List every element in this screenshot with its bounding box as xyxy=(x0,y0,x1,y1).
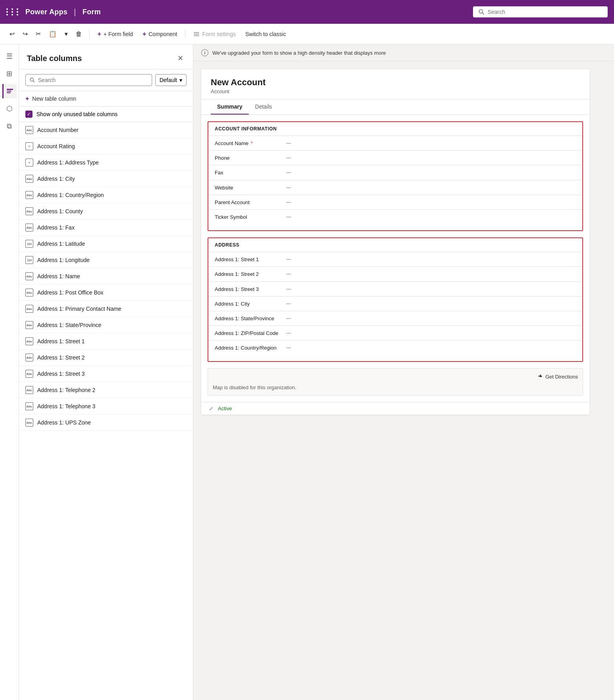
panel-search-container[interactable] xyxy=(25,74,152,86)
panel-close-button[interactable]: ✕ xyxy=(176,52,185,64)
panel-list-item[interactable]: AbcAddress 1: Name xyxy=(19,268,193,285)
field-value-city: --- xyxy=(286,300,576,306)
address-section: ADDRESS Address 1: Street 1 --- Address … xyxy=(208,237,583,362)
main-layout: ☰ ⊞ ⬡ ⧉ Table columns ✕ Default ▾ + New … xyxy=(0,44,614,700)
sidebar-icon-text[interactable] xyxy=(2,84,17,98)
map-area: Get Directions Map is disabled for this … xyxy=(208,368,583,396)
field-street2: Address 1: Street 2 --- xyxy=(208,266,582,281)
field-street1: Address 1: Street 1 --- xyxy=(208,252,582,266)
show-unused-row[interactable]: Show only unused table columns xyxy=(19,107,193,122)
show-unused-checkbox[interactable] xyxy=(25,111,32,118)
status-bar: ⤢ Active xyxy=(201,402,589,415)
field-state: Address 1: State/Province --- xyxy=(208,311,582,325)
field-label-street1: Address 1: Street 1 xyxy=(215,255,286,263)
redo-button[interactable]: ↪ xyxy=(19,28,31,40)
account-info-section: ACCOUNT INFORMATION Account Name * --- P… xyxy=(208,121,583,231)
abc-field-icon: Abc xyxy=(25,370,33,378)
search-input[interactable] xyxy=(488,9,602,15)
field-value-street2: --- xyxy=(286,270,576,277)
new-table-column-button[interactable]: + New table column xyxy=(19,91,193,107)
tab-details[interactable]: Details xyxy=(249,99,278,115)
panel-column-name: Address 1: Fax xyxy=(37,224,74,231)
sidebar-icon-layers[interactable]: ⬡ xyxy=(2,101,17,116)
plus-icon-form: + xyxy=(97,31,101,38)
panel-list-item[interactable]: AbcAddress 1: Fax xyxy=(19,220,193,236)
panel-column-name: Address 1: Address Type xyxy=(37,159,99,166)
sidebar-icon-components[interactable]: ⧉ xyxy=(2,119,17,133)
plus-icon-new-col: + xyxy=(25,95,29,102)
svg-rect-3 xyxy=(194,34,199,34)
panel-list-item[interactable]: AbcAccount Number xyxy=(19,122,193,138)
panel-column-name: Address 1: Primary Contact Name xyxy=(37,306,121,312)
switch-classic-button[interactable]: Switch to classic xyxy=(241,29,290,40)
field-value-fax: --- xyxy=(286,168,576,175)
field-account-name: Account Name * --- xyxy=(208,136,582,150)
panel-list-item[interactable]: ≡Account Rating xyxy=(19,138,193,155)
app-context: Form xyxy=(82,8,101,16)
form-settings-button[interactable]: Form settings xyxy=(189,29,240,40)
sidebar-icon-grid[interactable]: ⊞ xyxy=(2,67,17,81)
field-value-phone: --- xyxy=(286,154,576,161)
panel-column-name: Address 1: Longitude xyxy=(37,257,90,263)
field-value-account-name: --- xyxy=(286,139,576,146)
panel-list-item[interactable]: AbcAddress 1: Post Office Box xyxy=(19,285,193,301)
panel-header: Table columns ✕ xyxy=(19,44,193,69)
panel-list-item[interactable]: AbcAddress 1: Primary Contact Name xyxy=(19,301,193,317)
panel-column-name: Address 1: Street 2 xyxy=(37,354,85,361)
dropdown-button[interactable]: ▾ xyxy=(61,28,71,40)
svg-line-1 xyxy=(482,13,484,14)
panel-dropdown-label: Default xyxy=(160,77,177,83)
field-label-country: Address 1: Country/Region xyxy=(215,344,286,352)
global-search-container[interactable] xyxy=(473,6,608,17)
add-component-button[interactable]: + Component xyxy=(139,28,181,40)
svg-rect-6 xyxy=(7,91,11,92)
panel-list-item[interactable]: AbcAddress 1: Telephone 3 xyxy=(19,398,193,415)
field-label-phone: Phone xyxy=(215,154,286,162)
search-icon xyxy=(479,9,484,15)
field-value-country: --- xyxy=(286,344,576,350)
panel-list-item[interactable]: ≡Address 1: Address Type xyxy=(19,155,193,171)
svg-marker-10 xyxy=(538,374,542,377)
panel-list-item[interactable]: AbcAddress 1: Street 1 xyxy=(19,333,193,350)
paste-button[interactable]: 📋 xyxy=(46,28,60,40)
switch-classic-label: Switch to classic xyxy=(245,31,286,37)
field-street3: Address 1: Street 3 --- xyxy=(208,281,582,296)
panel-column-name: Address 1: Street 3 xyxy=(37,371,85,377)
field-ticker-symbol: Ticker Symbol --- xyxy=(208,209,582,224)
directions-icon xyxy=(537,373,543,380)
app-grid-icon[interactable] xyxy=(6,8,21,15)
abc-field-icon: Abc xyxy=(25,321,33,329)
panel-list-item[interactable]: AbcAddress 1: Street 3 xyxy=(19,366,193,382)
panel-list-item[interactable]: AbcAddress 1: UPS Zone xyxy=(19,415,193,431)
panel-list-item[interactable]: 123Address 1: Latitude xyxy=(19,236,193,252)
cut-button[interactable]: ✂ xyxy=(32,28,44,40)
panel-list-item[interactable]: AbcAddress 1: Telephone 2 xyxy=(19,382,193,398)
field-value-ticker-symbol: --- xyxy=(286,213,576,220)
field-value-website: --- xyxy=(286,184,576,190)
panel-column-name: Address 1: Telephone 2 xyxy=(37,387,95,393)
panel-list-item[interactable]: 123Address 1: Longitude xyxy=(19,252,193,268)
panel-list-item[interactable]: AbcAddress 1: City xyxy=(19,171,193,187)
abc-field-icon: Abc xyxy=(25,419,33,427)
add-form-field-button[interactable]: + + Form field xyxy=(93,28,137,40)
undo-button[interactable]: ↩ xyxy=(6,28,18,40)
panel-dropdown[interactable]: Default ▾ xyxy=(155,74,187,86)
panel-list-item[interactable]: AbcAddress 1: County xyxy=(19,203,193,220)
top-bar: Power Apps | Form xyxy=(0,0,614,24)
form-body: ACCOUNT INFORMATION Account Name * --- P… xyxy=(201,121,589,415)
title-separator: | xyxy=(74,8,76,17)
get-directions-button[interactable]: Get Directions xyxy=(537,373,578,380)
account-info-header: ACCOUNT INFORMATION xyxy=(208,122,582,136)
sidebar-icon-menu[interactable]: ☰ xyxy=(2,49,17,63)
panel-search-icon xyxy=(30,77,35,83)
panel-list-item[interactable]: AbcAddress 1: Street 2 xyxy=(19,350,193,366)
delete-button[interactable]: 🗑 xyxy=(72,28,85,40)
tab-summary[interactable]: Summary xyxy=(211,99,249,115)
panel-search-input[interactable] xyxy=(38,77,148,83)
panel-list-item[interactable]: AbcAddress 1: Country/Region xyxy=(19,187,193,203)
status-active-label: Active xyxy=(218,405,232,411)
expand-icon[interactable]: ⤢ xyxy=(209,406,213,411)
left-sidebar: ☰ ⊞ ⬡ ⧉ xyxy=(0,44,19,700)
field-website: Website --- xyxy=(208,180,582,195)
panel-list-item[interactable]: AbcAddress 1: State/Province xyxy=(19,317,193,333)
